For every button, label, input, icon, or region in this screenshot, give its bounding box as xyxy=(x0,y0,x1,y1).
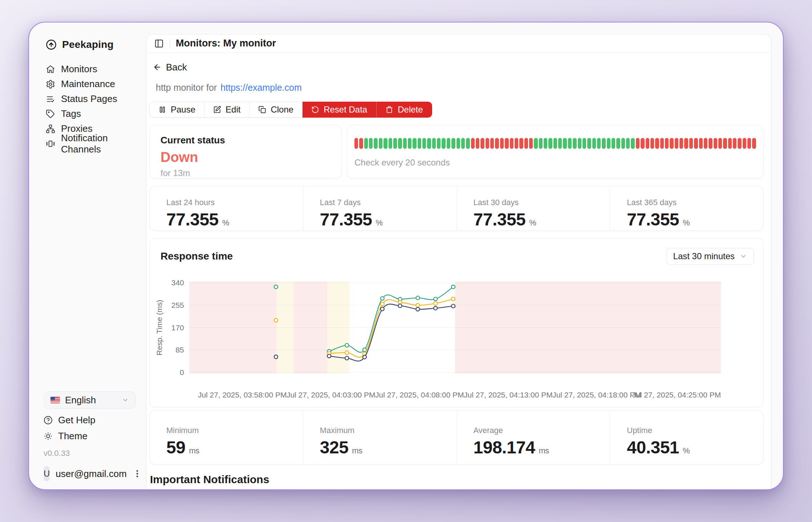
time-range-selector[interactable]: Last 30 minutes xyxy=(666,248,754,265)
heartbeat-down[interactable] xyxy=(500,138,504,149)
pause-button[interactable]: Pause xyxy=(149,102,204,118)
heartbeat-up[interactable] xyxy=(534,138,537,149)
heartbeat-down[interactable] xyxy=(515,138,518,149)
heartbeat-up[interactable] xyxy=(408,138,411,149)
reset-data-button[interactable]: Reset Data xyxy=(303,102,376,118)
more-vertical-icon[interactable] xyxy=(133,469,142,478)
heartbeat-down[interactable] xyxy=(709,138,712,149)
heartbeat-up[interactable] xyxy=(612,138,615,149)
heartbeat-down[interactable] xyxy=(738,138,741,149)
sidebar-item-status-pages[interactable]: Status Pages xyxy=(46,91,136,106)
heartbeat-down[interactable] xyxy=(743,138,746,149)
heartbeat-down[interactable] xyxy=(476,138,479,149)
heartbeat-up[interactable] xyxy=(592,138,596,149)
heartbeat-down[interactable] xyxy=(524,138,528,149)
heartbeat-up[interactable] xyxy=(369,138,373,149)
heartbeat-down[interactable] xyxy=(733,138,736,149)
sidebar-item-tags[interactable]: Tags xyxy=(46,106,136,121)
language-selector[interactable]: English xyxy=(44,391,136,409)
heartbeat-up[interactable] xyxy=(466,138,470,149)
heartbeat-up[interactable] xyxy=(418,138,421,149)
sidebar-item-maintenance[interactable]: Maintenance xyxy=(46,77,136,91)
heartbeat-up[interactable] xyxy=(582,138,586,149)
back-button[interactable]: Back xyxy=(149,61,187,73)
heartbeat-down[interactable] xyxy=(675,138,678,149)
heartbeat-down[interactable] xyxy=(359,138,363,149)
heartbeat-up[interactable] xyxy=(544,138,547,149)
heartbeat-down[interactable] xyxy=(670,138,673,149)
heartbeat-up[interactable] xyxy=(563,138,567,149)
heartbeat-up[interactable] xyxy=(626,138,630,149)
heartbeat-up[interactable] xyxy=(607,138,610,149)
heartbeat-up[interactable] xyxy=(597,138,601,149)
heartbeat-down[interactable] xyxy=(519,138,523,149)
heartbeat-down[interactable] xyxy=(694,138,698,149)
heartbeat-up[interactable] xyxy=(573,138,576,149)
sidebar-item-notification-channels[interactable]: Notification Channels xyxy=(46,136,136,151)
heartbeat-up[interactable] xyxy=(553,138,557,149)
heartbeat-up[interactable] xyxy=(461,138,465,149)
heartbeat-down[interactable] xyxy=(486,138,489,149)
heartbeat-down[interactable] xyxy=(723,138,727,149)
heartbeat-up[interactable] xyxy=(383,138,387,149)
heartbeat-down[interactable] xyxy=(660,138,664,149)
heartbeat-up[interactable] xyxy=(442,138,445,149)
heartbeat-down[interactable] xyxy=(529,138,533,149)
heartbeat-up[interactable] xyxy=(413,138,416,149)
heartbeat-down[interactable] xyxy=(752,138,756,149)
delete-button[interactable]: Delete xyxy=(376,102,432,118)
heartbeat-up[interactable] xyxy=(539,138,543,149)
sidebar-toggle-icon[interactable] xyxy=(154,39,164,48)
heartbeat-up[interactable] xyxy=(558,138,562,149)
heartbeat-up[interactable] xyxy=(616,138,620,149)
heartbeat-down[interactable] xyxy=(510,138,513,149)
heartbeat-down[interactable] xyxy=(714,138,717,149)
heartbeat-up[interactable] xyxy=(587,138,591,149)
sidebar-item-monitors[interactable]: Monitors xyxy=(46,62,136,77)
clone-button[interactable]: Clone xyxy=(249,102,303,118)
user-menu[interactable]: U user@gmail.com xyxy=(44,466,136,481)
heartbeat-down[interactable] xyxy=(699,138,703,149)
theme-toggle[interactable]: Theme xyxy=(44,429,136,443)
heartbeat-down[interactable] xyxy=(490,138,494,149)
heartbeat-down[interactable] xyxy=(650,138,654,149)
heartbeat-down[interactable] xyxy=(655,138,659,149)
heartbeat-up[interactable] xyxy=(568,138,572,149)
heartbeat-down[interactable] xyxy=(679,138,683,149)
heartbeat-up[interactable] xyxy=(437,138,440,149)
heartbeat-down[interactable] xyxy=(641,138,644,149)
heartbeat-up[interactable] xyxy=(427,138,431,149)
monitor-url-link[interactable]: https://example.com xyxy=(220,82,302,93)
heartbeat-up[interactable] xyxy=(451,138,455,149)
heartbeat-up[interactable] xyxy=(403,138,407,149)
heartbeat-down[interactable] xyxy=(505,138,508,149)
heartbeat-down[interactable] xyxy=(728,138,732,149)
heartbeat-up[interactable] xyxy=(631,138,634,149)
heartbeat-down[interactable] xyxy=(636,138,640,149)
heartbeat-down[interactable] xyxy=(471,138,475,149)
heartbeat-up[interactable] xyxy=(379,138,382,149)
heartbeat-down[interactable] xyxy=(646,138,649,149)
get-help-link[interactable]: Get Help xyxy=(44,413,136,427)
heartbeat-up[interactable] xyxy=(422,138,426,149)
heartbeat-up[interactable] xyxy=(621,138,625,149)
heartbeat-up[interactable] xyxy=(364,138,368,149)
heartbeat-up[interactable] xyxy=(456,138,460,149)
heartbeat-down[interactable] xyxy=(704,138,707,149)
heartbeat-down[interactable] xyxy=(495,138,499,149)
heartbeat-up[interactable] xyxy=(393,138,397,149)
edit-button[interactable]: Edit xyxy=(204,102,249,118)
heartbeat-up[interactable] xyxy=(389,138,392,149)
heartbeat-up[interactable] xyxy=(578,138,581,149)
heartbeat-down[interactable] xyxy=(689,138,693,149)
heartbeat-up[interactable] xyxy=(602,138,605,149)
heartbeat-up[interactable] xyxy=(548,138,552,149)
heartbeat-up[interactable] xyxy=(398,138,402,149)
heartbeat-up[interactable] xyxy=(432,138,436,149)
heartbeat-down[interactable] xyxy=(747,138,751,149)
heartbeat-up[interactable] xyxy=(447,138,450,149)
heartbeat-down[interactable] xyxy=(480,138,484,149)
heartbeat-down[interactable] xyxy=(354,138,358,149)
heartbeat-down[interactable] xyxy=(665,138,669,149)
heartbeat-up[interactable] xyxy=(374,138,377,149)
